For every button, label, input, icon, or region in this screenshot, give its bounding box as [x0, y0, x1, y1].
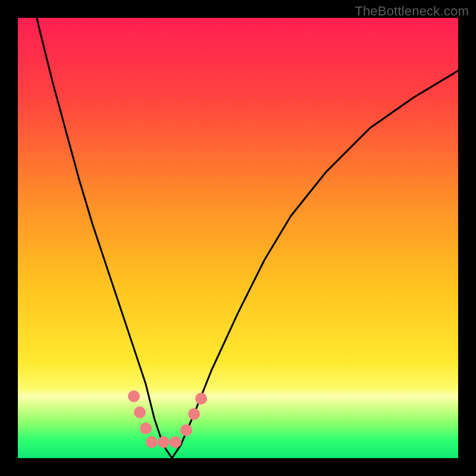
marker-dot [140, 422, 152, 434]
marker-dot [180, 424, 192, 436]
highlight-markers [128, 390, 207, 448]
marker-dot [134, 406, 146, 418]
marker-dot [146, 436, 158, 448]
marker-dot [188, 408, 200, 420]
marker-dot [195, 393, 207, 405]
plot-area [18, 18, 458, 458]
marker-dot [170, 436, 181, 448]
watermark-text: TheBottleneck.com [355, 4, 469, 19]
curve-layer [18, 18, 458, 458]
marker-dot [128, 390, 140, 402]
marker-dot [158, 436, 170, 448]
chart-frame: TheBottleneck.com [0, 0, 476, 476]
bottleneck-curve [18, 18, 458, 458]
